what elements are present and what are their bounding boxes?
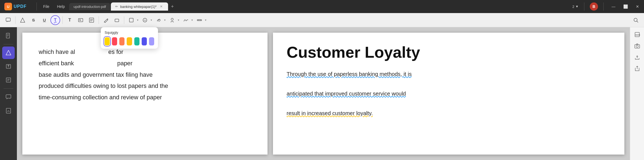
ocr-btn[interactable]: OCR: [632, 29, 642, 40]
pdf-title: Customer Loyalty: [287, 44, 611, 61]
tool-divider-3: [99, 16, 99, 24]
export-btn[interactable]: [632, 52, 642, 63]
sidebar-upload-btn[interactable]: [2, 60, 15, 73]
svg-rect-0: [6, 18, 10, 21]
main-area: which have al es for efficient bank pape…: [0, 27, 644, 160]
svg-line-19: [637, 21, 638, 22]
svg-point-12: [171, 18, 173, 20]
sidebar-comment-btn[interactable]: [2, 91, 15, 103]
title-divider-2: [584, 2, 584, 11]
squiggly-blue-text: Through the use of paperless banking met…: [287, 71, 412, 77]
tool-divider-2: [62, 16, 63, 24]
stamp-tool-group[interactable]: ▼: [167, 15, 180, 25]
color-swatches: [105, 37, 154, 45]
sidebar-highlight-btn[interactable]: [2, 47, 15, 59]
svg-rect-20: [6, 33, 10, 38]
pen-tool-group[interactable]: ▼: [140, 15, 153, 25]
tab-close-button[interactable]: ✕: [159, 4, 164, 9]
color-picker-popup: Squiggly: [101, 27, 158, 49]
swatch-purple[interactable]: [149, 37, 154, 45]
svg-rect-13: [197, 20, 202, 21]
app-logo: U UPDF: [2, 3, 29, 10]
title-bar-right: 2 ▼ B — ⬜ ✕: [572, 2, 642, 11]
tab-label-banking: banking whitepapar(1)*: [120, 5, 157, 9]
highlight-tool[interactable]: [18, 15, 28, 25]
toolbar: S U T T ▼ ▼ ▼: [0, 13, 644, 27]
maximize-button[interactable]: ⬜: [621, 3, 630, 10]
svg-point-36: [636, 45, 638, 47]
title-divider: [37, 2, 37, 11]
page-count-label: 2: [572, 5, 574, 9]
sidebar-separator-2: [4, 88, 13, 89]
page-nav-chevron[interactable]: ▼: [575, 5, 579, 8]
new-tab-button[interactable]: +: [169, 3, 176, 10]
title-bar: U UPDF File Help updf-introduction-pdf ✏…: [0, 0, 644, 13]
textbox-tool[interactable]: [76, 15, 86, 25]
squiggly-yellow-text: result in increased customer loyalty.: [287, 110, 373, 116]
tool-divider-1: [15, 16, 16, 24]
swatch-blue[interactable]: [142, 37, 147, 45]
eraser-tool[interactable]: [112, 15, 122, 25]
menu-help[interactable]: Help: [54, 3, 68, 10]
squiggly-blue-text-2: anticipated that improved customer servi…: [287, 91, 406, 97]
svg-rect-10: [129, 18, 133, 22]
sidebar-pages-btn[interactable]: [2, 29, 15, 42]
measure-tool-group[interactable]: ▼: [195, 15, 207, 25]
text-and: and: [71, 71, 81, 78]
underline-tool[interactable]: U: [40, 15, 49, 25]
stamp-tool[interactable]: [167, 15, 177, 25]
swatch-teal[interactable]: [134, 37, 139, 45]
menu-file[interactable]: File: [40, 3, 53, 10]
tab-banking[interactable]: ✏ banking whitepapar(1)* ✕: [111, 2, 168, 11]
page-navigation[interactable]: 2 ▼: [572, 5, 579, 9]
tool-divider-4: [124, 16, 124, 24]
close-button[interactable]: ✕: [633, 3, 642, 10]
swatch-orange[interactable]: [119, 37, 124, 45]
shape-tool-arrow[interactable]: ▼: [136, 19, 139, 21]
swatch-yellow[interactable]: [105, 37, 110, 45]
link-tool[interactable]: [154, 15, 163, 25]
signature-tool-group[interactable]: ▼: [181, 15, 193, 25]
swatch-pink[interactable]: [112, 37, 117, 45]
text-tool[interactable]: T: [65, 15, 75, 25]
signature-tool[interactable]: [181, 15, 191, 25]
link-tool-arrow[interactable]: ▼: [164, 19, 166, 21]
measure-tool[interactable]: [195, 15, 204, 25]
squiggly-tool[interactable]: T: [50, 15, 60, 25]
pdf-page-left: which have al es for efficient bank pape…: [22, 33, 268, 155]
pencil-tool[interactable]: [101, 15, 111, 25]
shape-tool-group[interactable]: ▼: [126, 15, 139, 25]
pen-tool-arrow[interactable]: ▼: [150, 19, 153, 21]
signature-tool-arrow[interactable]: ▼: [191, 19, 193, 21]
camera-btn[interactable]: [632, 41, 642, 51]
tabs-area: updf-introduction-pdf ✏ banking whitepap…: [69, 2, 571, 11]
minimize-button[interactable]: —: [609, 3, 618, 10]
svg-marker-1: [20, 18, 25, 22]
strikethrough-tool[interactable]: S: [29, 15, 38, 25]
user-avatar[interactable]: B: [590, 2, 598, 11]
sidebar-right: OCR: [630, 27, 644, 160]
logo-icon: U: [4, 3, 12, 10]
search-tool[interactable]: [631, 15, 641, 25]
pdf-text-left: which have al es for efficient bank pape…: [39, 46, 251, 103]
measure-tool-arrow[interactable]: ▼: [205, 19, 207, 21]
sidebar-left: [0, 27, 17, 160]
note-tool[interactable]: [87, 15, 96, 25]
swatch-gold[interactable]: [127, 37, 132, 45]
title-divider-3: [603, 2, 604, 11]
toolbar-right: [631, 15, 641, 25]
tab-label: updf-introduction-pdf: [74, 5, 106, 9]
text-government: government: [83, 71, 114, 78]
stamp-tool-arrow[interactable]: ▼: [177, 19, 180, 21]
svg-rect-31: [6, 95, 11, 98]
comment-tool[interactable]: [3, 15, 13, 25]
upload-btn[interactable]: [632, 64, 642, 74]
svg-text:OCR: OCR: [635, 34, 640, 36]
sidebar-list-btn[interactable]: [2, 74, 15, 86]
link-tool-group[interactable]: ▼: [154, 15, 166, 25]
shape-tool[interactable]: [126, 15, 136, 25]
tab-updf-intro[interactable]: updf-introduction-pdf: [69, 3, 110, 10]
sidebar-bookmark-btn[interactable]: [2, 104, 15, 117]
app-name-label: UPDF: [14, 4, 27, 9]
pen-tool[interactable]: [140, 15, 150, 25]
